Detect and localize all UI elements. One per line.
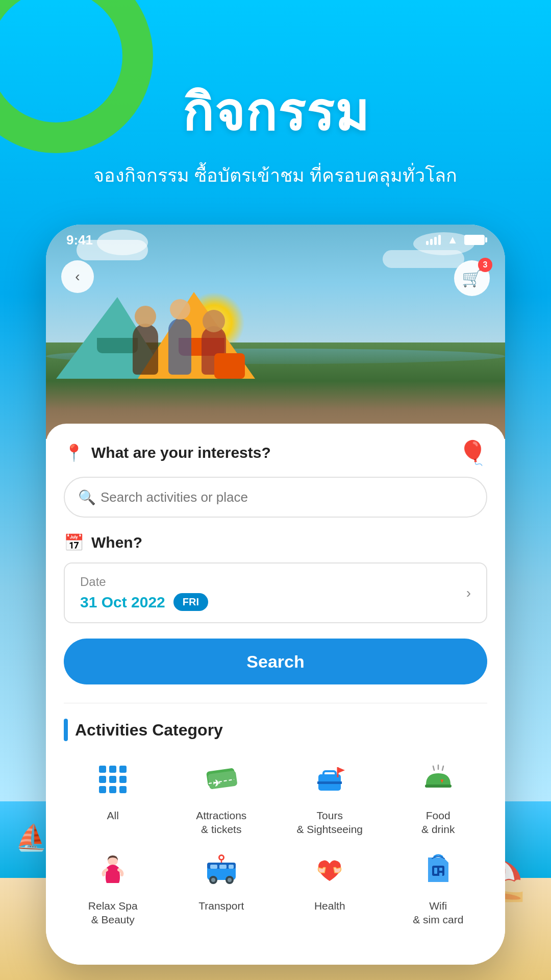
header-section: กิจกรรม จองกิจกรรม ซื้อบัตรเข้าชม ที่ครอ…: [0, 71, 551, 190]
date-label: Date: [80, 575, 208, 589]
svg-rect-30: [439, 873, 442, 876]
calendar-icon: 📅: [64, 533, 84, 552]
when-title: When?: [91, 534, 142, 551]
cooler-box: [214, 353, 245, 379]
date-text: 31 Oct 2022: [80, 594, 165, 611]
svg-rect-27: [432, 866, 444, 876]
svg-rect-29: [439, 868, 442, 871]
category-item-transport[interactable]: Transport: [172, 847, 271, 927]
when-section: 📅 When?: [64, 533, 487, 552]
date-day-badge: FRI: [173, 593, 208, 611]
category-label-all: All: [107, 808, 119, 822]
category-item-health[interactable]: Health: [281, 847, 379, 927]
svg-rect-5: [323, 771, 336, 776]
tours-icon: [307, 756, 353, 802]
svg-text:✈: ✈: [213, 778, 220, 789]
relax-icon: [90, 847, 136, 893]
food-icon: [415, 756, 461, 802]
all-icon: [90, 756, 136, 802]
interests-section: 📍 What are your interests? 🎈: [64, 439, 487, 467]
search-icon: 🔍: [78, 489, 96, 506]
category-header: Activities Category: [64, 719, 487, 741]
svg-line-12: [442, 766, 443, 770]
page-subtitle: จองกิจกรรม ซื้อบัตรเข้าชม ที่ครอบคลุมทั่…: [0, 161, 551, 190]
card-area: 📍 What are your interests? 🎈 🔍 📅 When? D…: [46, 424, 505, 965]
category-item-wifi[interactable]: Wifi& sim card: [389, 847, 488, 927]
people-group: [133, 318, 226, 375]
category-label-wifi: Wifi& sim card: [413, 899, 463, 927]
transport-icon: [198, 847, 244, 893]
category-title: Activities Category: [75, 721, 223, 740]
svg-point-25: [220, 856, 223, 859]
svg-point-21: [211, 878, 215, 882]
svg-rect-18: [219, 865, 227, 869]
status-bar: 9:41 ▲: [46, 225, 505, 255]
interests-title: What are your interests?: [91, 444, 271, 461]
svg-rect-19: [229, 865, 234, 869]
back-button[interactable]: ‹: [61, 260, 94, 293]
boat-icon: ⛵: [15, 823, 47, 852]
category-item-attractions[interactable]: ✈ Attractions& tickets: [172, 756, 271, 837]
grid-dots-icon: [99, 766, 127, 793]
category-label-transport: Transport: [198, 899, 244, 913]
category-item-tours[interactable]: Tours& Sightseeing: [281, 756, 379, 837]
category-label-health: Health: [314, 899, 345, 913]
category-item-relax[interactable]: Relax Spa& Beauty: [64, 847, 162, 927]
cart-button[interactable]: 🛒 3: [454, 260, 490, 296]
health-icon: [307, 847, 353, 893]
svg-line-10: [433, 766, 434, 770]
svg-rect-9: [425, 785, 452, 788]
phone-mockup: 9:41 ▲: [46, 225, 505, 965]
date-value-row: 31 Oct 2022 FRI: [80, 593, 208, 611]
category-label-relax: Relax Spa& Beauty: [88, 899, 138, 927]
svg-rect-17: [210, 865, 217, 869]
search-input[interactable]: [64, 477, 487, 518]
category-label-tours: Tours& Sightseeing: [296, 808, 363, 837]
category-grid: All ✈ Attractions& tickets: [64, 756, 487, 942]
wifi-sim-icon: [415, 847, 461, 893]
category-label-attractions: Attractions& tickets: [196, 808, 246, 837]
cart-badge: 3: [478, 258, 492, 272]
category-label-food: Food& drink: [421, 808, 455, 837]
search-input-wrapper: 🔍: [64, 477, 487, 518]
date-picker-content: Date 31 Oct 2022 FRI: [80, 575, 208, 611]
location-icon: 📍: [64, 443, 84, 462]
date-picker[interactable]: Date 31 Oct 2022 FRI ›: [64, 562, 487, 623]
status-time: 9:41: [66, 232, 93, 248]
balloon-icon: 🎈: [458, 439, 487, 467]
category-bar-accent: [64, 719, 68, 741]
attractions-icon: ✈: [198, 756, 244, 802]
signal-icon: [426, 235, 441, 245]
page-title: กิจกรรม: [0, 71, 551, 153]
cart-icon: 🛒: [462, 268, 482, 288]
section-divider: [64, 703, 487, 703]
svg-rect-6: [317, 781, 342, 784]
category-item-food[interactable]: Food& drink: [389, 756, 488, 837]
wifi-status-icon: ▲: [447, 233, 458, 247]
svg-point-23: [228, 878, 232, 882]
svg-rect-28: [434, 868, 437, 874]
svg-marker-8: [338, 767, 345, 773]
battery-icon: [464, 235, 485, 245]
hero-image: ‹ 🛒 3: [46, 225, 505, 439]
interests-left: 📍 What are your interests?: [64, 443, 271, 462]
category-item-all[interactable]: All: [64, 756, 162, 837]
chevron-right-icon: ›: [466, 585, 471, 601]
search-button[interactable]: Search: [64, 639, 487, 684]
status-icons: ▲: [426, 233, 485, 247]
